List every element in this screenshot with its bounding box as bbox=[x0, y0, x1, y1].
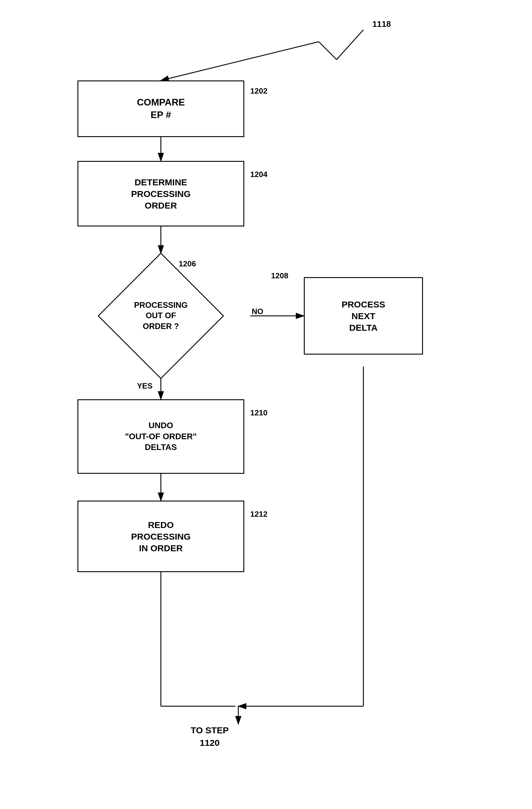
node-1202: COMPARE EP # bbox=[77, 81, 244, 137]
label-1204: 1204 bbox=[250, 170, 267, 179]
label-1202: 1202 bbox=[250, 86, 267, 96]
node-1206: PROCESSING OUT OF ORDER ? bbox=[71, 253, 250, 378]
node-1208: PROCESS NEXT DELTA bbox=[304, 277, 423, 355]
svg-line-3 bbox=[161, 42, 319, 81]
label-no: NO bbox=[252, 307, 263, 316]
diagram: COMPARE EP # 1202 DETERMINE PROCESSING O… bbox=[0, 0, 532, 809]
label-yes: YES bbox=[137, 381, 153, 391]
label-1206: 1206 bbox=[179, 259, 196, 269]
node-1120: TO STEP 1120 bbox=[191, 724, 229, 749]
label-1210: 1210 bbox=[250, 408, 267, 417]
node-1204: DETERMINE PROCESSING ORDER bbox=[77, 161, 244, 226]
svg-line-1 bbox=[319, 42, 337, 59]
label-1118: 1118 bbox=[372, 19, 391, 29]
label-1212: 1212 bbox=[250, 510, 267, 519]
svg-line-0 bbox=[337, 30, 363, 59]
label-1208: 1208 bbox=[271, 271, 288, 280]
node-1212: REDO PROCESSING IN ORDER bbox=[77, 501, 244, 572]
node-1210: UNDO "OUT-OF ORDER" DELTAS bbox=[77, 399, 244, 474]
